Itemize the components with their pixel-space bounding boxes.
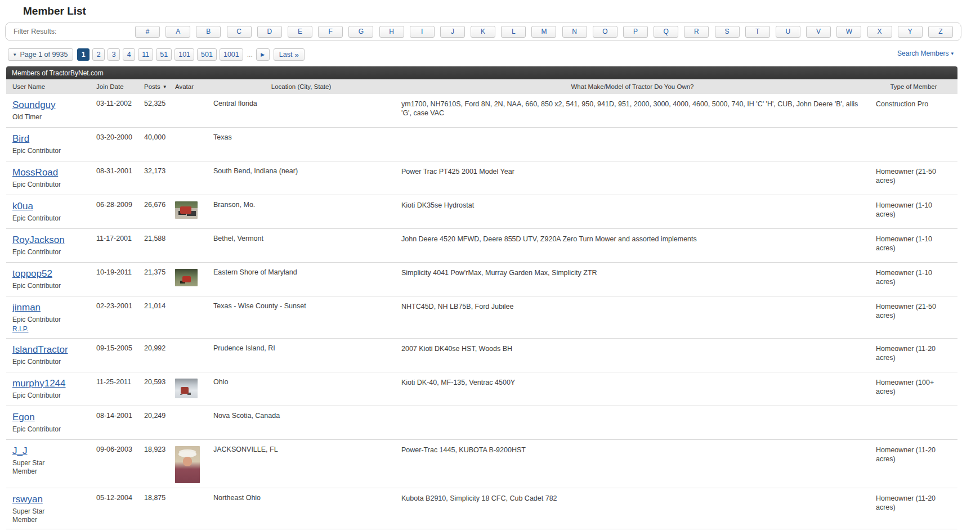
page-title: Member List <box>23 5 980 17</box>
username-link[interactable]: Egon <box>12 412 35 424</box>
portrait-cowboy-avatar[interactable] <box>175 446 200 483</box>
filter-letter-button[interactable]: Q <box>654 26 678 38</box>
column-header-tractor: What Make/Model of Tractor Do You Own? <box>395 83 870 90</box>
member-type-cell: Homeowner (21-50 acres) <box>870 302 957 320</box>
location-cell: Texas - Wise County - Sunset <box>207 302 395 310</box>
username-link[interactable]: rswyan <box>12 494 43 506</box>
filter-letter-button[interactable]: P <box>623 26 648 38</box>
join-date-cell: 06-28-2009 <box>90 201 138 209</box>
table-row: Egon Epic Contributor 08-14-2001 20,249 … <box>6 406 957 440</box>
column-header-row: User Name Join Date Posts ▼ Avatar Locat… <box>6 79 957 94</box>
next-arrow-icon: ▶ <box>261 52 265 57</box>
location-cell: JACKSONVILLE, FL <box>207 446 395 454</box>
filter-letter-button[interactable]: L <box>501 26 526 38</box>
page-number-button[interactable]: 501 <box>197 48 217 61</box>
page-number-button[interactable]: 11 <box>138 48 153 61</box>
posts-count-cell: 40,000 <box>138 133 169 142</box>
table-row: IslandTractor Epic Contributor 09-15-200… <box>6 339 957 372</box>
pager-ellipsis: ... <box>247 51 253 58</box>
column-header-posts[interactable]: Posts ▼ <box>138 83 169 90</box>
page-number-button[interactable]: 4 <box>123 48 135 61</box>
member-type-cell: Homeowner (11-20 acres) <box>870 446 957 464</box>
red-tractor-gravel-avatar[interactable] <box>175 201 198 219</box>
location-cell: Prudence Island, RI <box>207 344 395 353</box>
filter-letter-button[interactable]: U <box>776 26 800 38</box>
join-date-cell: 11-17-2001 <box>90 235 138 243</box>
filter-letter-button[interactable]: J <box>440 26 465 38</box>
filter-letter-button[interactable]: # <box>135 26 160 38</box>
posts-count-cell: 32,173 <box>138 167 169 176</box>
filter-letter-button[interactable]: B <box>196 26 221 38</box>
current-page-button[interactable]: 1 <box>77 48 90 61</box>
avatar-cell <box>169 268 207 286</box>
filter-letter-button[interactable]: I <box>410 26 435 38</box>
username-link[interactable]: J_J <box>12 446 27 457</box>
column-header-username: User Name <box>6 83 90 90</box>
filter-letter-button[interactable]: F <box>318 26 343 38</box>
last-page-button[interactable]: Last » <box>274 48 305 61</box>
filter-letter-button[interactable]: N <box>562 26 587 38</box>
column-header-location: Location (City, State) <box>207 83 395 90</box>
filter-letter-button[interactable]: A <box>165 26 190 38</box>
filter-letter-button[interactable]: R <box>684 26 709 38</box>
search-members-link[interactable]: Search Members ▾ <box>897 50 954 57</box>
username-link[interactable]: Soundguy <box>12 100 56 111</box>
member-type-cell: Homeowner (11-20 acres) <box>870 494 957 512</box>
page-number-button[interactable]: 3 <box>108 48 120 61</box>
filter-letter-button[interactable]: C <box>227 26 252 38</box>
filter-letter-button[interactable]: W <box>836 26 861 38</box>
location-cell: Branson, Mo. <box>207 201 395 209</box>
filter-letter-button[interactable]: X <box>867 26 892 38</box>
rip-link[interactable]: R.I.P. <box>12 325 28 334</box>
join-date-cell: 05-12-2004 <box>90 494 138 502</box>
page-info-label: Page 1 of 9935 <box>20 51 68 58</box>
username-link[interactable]: IslandTractor <box>12 344 68 356</box>
username-link[interactable]: MossRoad <box>12 167 58 179</box>
filter-letter-button[interactable]: M <box>531 26 556 38</box>
page-number-button[interactable]: 2 <box>92 48 105 61</box>
member-title-label: Epic Contributor <box>12 282 69 290</box>
column-header-member-type: Type of Member <box>870 83 957 90</box>
page-number-button[interactable]: 1001 <box>220 48 243 61</box>
column-header-avatar: Avatar <box>169 83 207 90</box>
page-number-list: 123411511015011001 <box>77 48 245 61</box>
pagination-bar: ▾ Page 1 of 9935 123411511015011001 ... … <box>8 48 961 61</box>
page-number-button[interactable]: 101 <box>174 48 194 61</box>
filter-letter-button[interactable]: Z <box>928 26 953 38</box>
filter-letter-button[interactable]: E <box>288 26 312 38</box>
username-cell: toppop52 Epic Contributor <box>6 268 90 290</box>
filter-letter-button[interactable]: H <box>379 26 404 38</box>
posts-count-cell: 21,375 <box>138 268 169 277</box>
red-tractor-field-avatar[interactable] <box>175 269 198 286</box>
filter-letter-button[interactable]: Y <box>898 26 923 38</box>
member-title-label: Epic Contributor <box>12 248 69 256</box>
username-cell: Soundguy Old Timer <box>6 100 90 122</box>
filter-letter-button[interactable]: G <box>348 26 373 38</box>
username-link[interactable]: toppop52 <box>12 268 52 280</box>
next-page-button[interactable]: ▶ <box>256 48 270 61</box>
username-link[interactable]: murphy1244 <box>12 378 66 390</box>
username-link[interactable]: k0ua <box>12 201 33 213</box>
table-row: RoyJackson Epic Contributor 11-17-2001 2… <box>6 229 957 263</box>
avatar-cell <box>169 378 207 398</box>
username-link[interactable]: RoyJackson <box>12 235 65 246</box>
red-tractor-snow-avatar[interactable] <box>175 379 198 398</box>
location-cell: South Bend, Indiana (near) <box>207 167 395 176</box>
tractor-models-cell: Power-Trac 1445, KUBOTA B-9200HST <box>395 446 870 454</box>
filter-letter-button[interactable]: O <box>593 26 617 38</box>
filter-letter-button[interactable]: T <box>745 26 770 38</box>
page-select-dropdown[interactable]: ▾ Page 1 of 9935 <box>8 48 73 61</box>
filter-letter-button[interactable]: S <box>715 26 740 38</box>
filter-letter-button[interactable]: D <box>257 26 282 38</box>
tractor-models-cell: Kioti DK35se Hydrostat <box>395 201 870 210</box>
table-row: Soundguy Old Timer 03-11-2002 52,325 Cen… <box>6 94 957 128</box>
filter-letter-button[interactable]: V <box>806 26 831 38</box>
posts-count-cell: 21,588 <box>138 235 169 243</box>
username-link[interactable]: jinman <box>12 302 41 314</box>
join-date-cell: 10-19-2011 <box>90 268 138 277</box>
username-link[interactable]: Bird <box>12 133 29 145</box>
location-cell: Ohio <box>207 378 395 386</box>
page-number-button[interactable]: 51 <box>156 48 172 61</box>
filter-letter-button[interactable]: K <box>471 26 495 38</box>
member-type-cell: Homeowner (21-50 acres) <box>870 167 957 185</box>
